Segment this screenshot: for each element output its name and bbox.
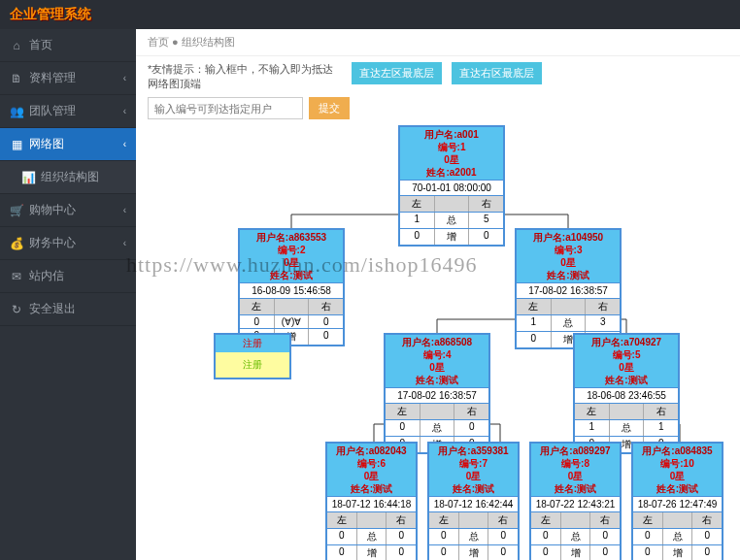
sidebar-item-label: 购物中心 bbox=[29, 202, 76, 218]
breadcrumb: 首页 ● 组织结构图 bbox=[136, 29, 740, 56]
team-icon: 👥 bbox=[10, 105, 23, 118]
tip-text: *友情提示：输入框中，不输入即为抵达网络图顶端 bbox=[148, 62, 342, 91]
sidebar-item-label: 安全退出 bbox=[29, 301, 76, 317]
register-body: 注册 bbox=[216, 352, 289, 378]
sidebar-item-logout[interactable]: ↻安全退出 bbox=[0, 293, 136, 326]
register-title: 注册 bbox=[216, 335, 289, 352]
node-header: 用户名:a084835编号:100星姓名:测试 bbox=[633, 444, 722, 496]
node-name: 姓名:a2001 bbox=[400, 166, 503, 179]
node-header: 用户名:a104950 编号:3 0星 姓名:测试 bbox=[517, 230, 620, 282]
sidebar-item-home[interactable]: ⌂首页 bbox=[0, 29, 136, 62]
register-node[interactable]: 注册 注册 bbox=[214, 333, 291, 379]
node-date: 70-01-01 08:00:00 bbox=[400, 180, 503, 195]
sidebar-item-mail[interactable]: ✉站内信 bbox=[0, 260, 136, 293]
topbar: 企业管理系统 bbox=[0, 0, 740, 29]
tip-bar: *友情提示：输入框中，不输入即为抵达网络图顶端 直达左区最底层 直达右区最底层 bbox=[136, 56, 740, 97]
chevron-left-icon: ‹ bbox=[123, 205, 126, 215]
tree-node[interactable]: 用户名:a704927编号:50星姓名:测试 18-06-08 23:46:55… bbox=[573, 333, 680, 454]
sidebar-item-label: 财务中心 bbox=[29, 235, 76, 251]
node-level: 0星 bbox=[400, 153, 503, 166]
chevron-left-icon: ‹ bbox=[123, 106, 126, 116]
node-header: 用户名:a868508编号:40星姓名:测试 bbox=[386, 335, 488, 387]
submit-button[interactable]: 提交 bbox=[309, 97, 350, 119]
doc-icon: 🗎 bbox=[10, 72, 23, 85]
node-lr: 1总5 bbox=[400, 212, 503, 228]
money-icon: 💰 bbox=[10, 237, 23, 250]
node-zg: 0增0 bbox=[400, 228, 503, 245]
node-user: 用户名:a863553 bbox=[240, 231, 343, 244]
org-tree: 用户名:a001 编号:1 0星 姓名:a2001 70-01-01 08:00… bbox=[136, 125, 740, 560]
goto-right-bottom-button[interactable]: 直达右区最底层 bbox=[452, 62, 542, 84]
sidebar-item-label: 站内信 bbox=[29, 268, 64, 284]
tree-node[interactable]: 用户名:a104950 编号:3 0星 姓名:测试 17-08-02 16:38… bbox=[515, 228, 622, 349]
brand-title: 企业管理系统 bbox=[10, 6, 91, 23]
crumb-sep: ● bbox=[172, 36, 179, 48]
sidebar-item-label: 首页 bbox=[29, 37, 52, 53]
tree-node-root[interactable]: 用户名:a001 编号:1 0星 姓名:a2001 70-01-01 08:00… bbox=[398, 125, 505, 247]
tree-node[interactable]: 用户名:a089297编号:80星姓名:测试 18-07-22 12:43:21… bbox=[529, 442, 622, 560]
node-date: 16-08-09 15:46:58 bbox=[240, 282, 343, 298]
node-lr: 0(∀)∀0 bbox=[240, 314, 343, 328]
node-name: 姓名:测试 bbox=[517, 269, 620, 281]
node-user: 用户名:a104950 bbox=[517, 231, 620, 244]
node-header: 用户名:a001 编号:1 0星 姓名:a2001 bbox=[400, 127, 503, 180]
search-row: 提交 bbox=[136, 97, 740, 125]
chart-icon: 📊 bbox=[21, 171, 35, 184]
home-icon: ⌂ bbox=[10, 39, 23, 52]
node-lr: 1总3 bbox=[517, 314, 620, 331]
sidebar-item-orgchart[interactable]: 📊组织结构图 bbox=[0, 161, 136, 194]
node-name: 姓名:测试 bbox=[240, 269, 343, 281]
sidebar-item-finance[interactable]: 💰财务中心‹ bbox=[0, 227, 136, 260]
chevron-left-icon: ‹ bbox=[123, 139, 126, 149]
node-lr-head: 左右 bbox=[517, 298, 620, 314]
chevron-left-icon: ‹ bbox=[123, 73, 126, 83]
tree-node[interactable]: 用户名:a359381编号:70星姓名:测试 18-07-12 16:42:44… bbox=[427, 442, 520, 560]
tree-node[interactable]: 用户名:a868508编号:40星姓名:测试 17-08-02 16:38:57… bbox=[384, 333, 490, 454]
mail-icon: ✉ bbox=[10, 270, 23, 283]
logout-icon: ↻ bbox=[10, 303, 23, 316]
sidebar-item-label: 团队管理 bbox=[29, 103, 76, 119]
sidebar-item-label: 组织结构图 bbox=[41, 169, 99, 185]
chevron-left-icon: ‹ bbox=[123, 238, 126, 248]
node-no: 编号:3 bbox=[517, 244, 620, 256]
sidebar-item-network[interactable]: ▦网络图‹ bbox=[0, 128, 136, 161]
node-header: 用户名:a704927编号:50星姓名:测试 bbox=[575, 335, 678, 387]
tree-node[interactable]: 用户名:a084835编号:100星姓名:测试 18-07-26 12:47:4… bbox=[631, 442, 723, 560]
main-panel: 首页 ● 组织结构图 *友情提示：输入框中，不输入即为抵达网络图顶端 直达左区最… bbox=[136, 29, 740, 560]
sidebar-item-shop[interactable]: 🛒购物中心‹ bbox=[0, 194, 136, 227]
node-header: 用户名:a089297编号:80星姓名:测试 bbox=[531, 444, 620, 496]
crumb-page: 组织结构图 bbox=[182, 36, 235, 48]
node-header: 用户名:a863553 编号:2 0星 姓名:测试 bbox=[240, 230, 343, 282]
sidebar-item-team[interactable]: 👥团队管理‹ bbox=[0, 95, 136, 128]
sidebar: ⌂首页 🗎资料管理‹ 👥团队管理‹ ▦网络图‹ 📊组织结构图 🛒购物中心‹ 💰财… bbox=[0, 29, 136, 560]
crumb-home[interactable]: 首页 bbox=[148, 36, 169, 48]
sidebar-item-profile[interactable]: 🗎资料管理‹ bbox=[0, 62, 136, 95]
layout: ⌂首页 🗎资料管理‹ 👥团队管理‹ ▦网络图‹ 📊组织结构图 🛒购物中心‹ 💰财… bbox=[0, 29, 740, 560]
node-lr-head: 左右 bbox=[240, 298, 343, 314]
node-user: 用户名:a001 bbox=[400, 128, 503, 141]
sidebar-item-label: 网络图 bbox=[29, 136, 64, 152]
node-no: 编号:2 bbox=[240, 244, 343, 256]
sidebar-item-label: 资料管理 bbox=[29, 70, 76, 86]
tree-node[interactable]: 用户名:a863553 编号:2 0星 姓名:测试 16-08-09 15:46… bbox=[238, 228, 345, 346]
node-no: 编号:1 bbox=[400, 141, 503, 153]
node-date: 17-08-02 16:38:57 bbox=[517, 282, 620, 298]
node-header: 用户名:a082043编号:60星姓名:测试 bbox=[327, 444, 416, 496]
goto-left-bottom-button[interactable]: 直达左区最底层 bbox=[352, 62, 442, 84]
search-input[interactable] bbox=[148, 97, 303, 119]
node-lr-head: 左右 bbox=[400, 195, 503, 212]
node-header: 用户名:a359381编号:70星姓名:测试 bbox=[429, 444, 518, 496]
node-level: 0星 bbox=[240, 256, 343, 269]
grid-icon: ▦ bbox=[10, 138, 23, 151]
tree-node[interactable]: 用户名:a082043编号:60星姓名:测试 18-07-12 16:44:18… bbox=[325, 442, 418, 560]
cart-icon: 🛒 bbox=[10, 204, 23, 217]
node-level: 0星 bbox=[517, 256, 620, 269]
